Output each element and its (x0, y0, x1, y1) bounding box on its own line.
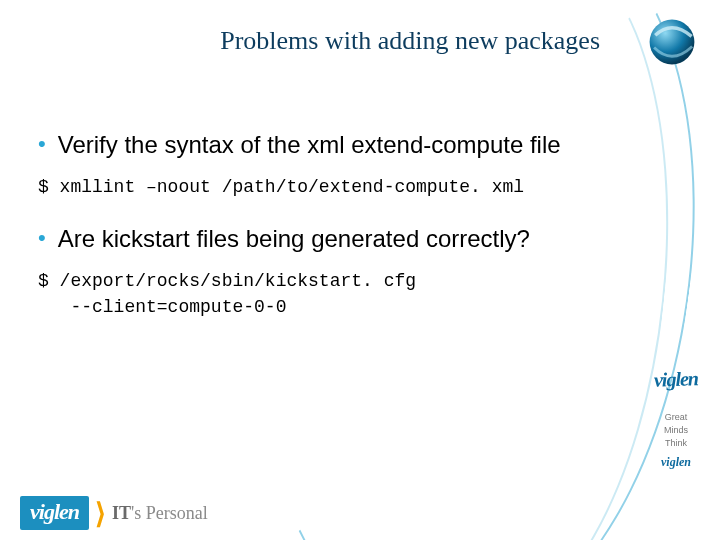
slide: Problems with adding new packages • Veri… (0, 0, 720, 540)
brand-logo-small: viglen (646, 455, 706, 470)
code-block: $ /export/rocks/sbin/kickstart. cfg --cl… (38, 268, 580, 320)
brand-logo-text: viglen (646, 367, 707, 392)
slide-title: Problems with adding new packages (0, 26, 610, 56)
footer: viglen ⟩ IT's Personal (20, 496, 208, 530)
bullet-item: • Are kickstart files being generated co… (38, 224, 580, 254)
footer-slogan: IT's Personal (112, 503, 208, 524)
brand-tagline: Great Minds Think (646, 411, 706, 449)
tagline-word: Think (646, 437, 706, 449)
slogan-em: IT (112, 503, 131, 523)
brand-sidebar: viglen Great Minds Think viglen (646, 368, 706, 470)
paren-icon: ⟩ (95, 497, 106, 530)
bullet-text: Are kickstart files being generated corr… (58, 224, 530, 254)
bullet-text: Verify the syntax of the xml extend-comp… (58, 130, 561, 160)
code-block: $ xmllint –noout /path/to/extend-compute… (38, 174, 580, 200)
slide-body: • Verify the syntax of the xml extend-co… (38, 120, 580, 344)
footer-logo: viglen (20, 496, 89, 530)
tagline-word: Great (646, 411, 706, 423)
tagline-word: Minds (646, 424, 706, 436)
bullet-item: • Verify the syntax of the xml extend-co… (38, 130, 580, 160)
globe-icon (644, 14, 700, 70)
slogan-rest: 's Personal (131, 503, 208, 523)
bullet-icon: • (38, 224, 46, 252)
bullet-icon: • (38, 130, 46, 158)
